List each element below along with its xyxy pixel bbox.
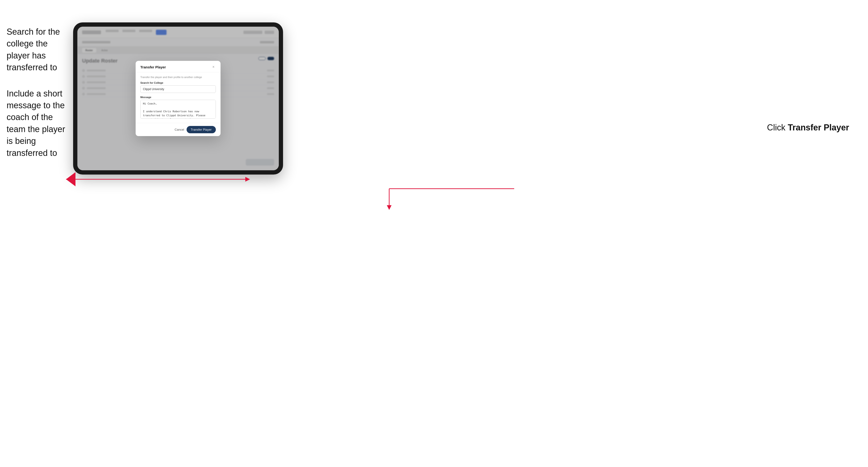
annotation-block-2: Include a short message to the coach of … [7,88,70,159]
modal-header: Transfer Player × [135,61,220,72]
modal-footer: Cancel Transfer Player [135,123,220,136]
search-college-input[interactable] [140,85,216,93]
transfer-player-modal: Transfer Player × Transfer the player an… [135,61,220,136]
svg-marker-6 [387,205,392,210]
modal-close-button[interactable]: × [211,65,216,69]
message-label: Message [140,96,216,99]
svg-marker-3 [245,177,250,182]
modal-title: Transfer Player [140,65,166,69]
search-college-label: Search for College [140,81,216,84]
transfer-player-button[interactable]: Transfer Player [187,126,216,133]
modal-description: Transfer the player and their profile to… [140,76,216,79]
left-annotation: Search for the college the player has tr… [7,26,70,159]
modal-body: Transfer the player and their profile to… [135,72,220,123]
cancel-button[interactable]: Cancel [175,128,184,131]
message-textarea[interactable] [140,100,216,119]
tablet-screen: Roster Active Update Roster [78,27,279,170]
modal-overlay: Transfer Player × Transfer the player an… [78,27,279,170]
annotation-block-1: Search for the college the player has tr… [7,26,70,73]
tablet-frame: Roster Active Update Roster [73,22,283,175]
right-annotation: Click Transfer Player [767,123,849,132]
